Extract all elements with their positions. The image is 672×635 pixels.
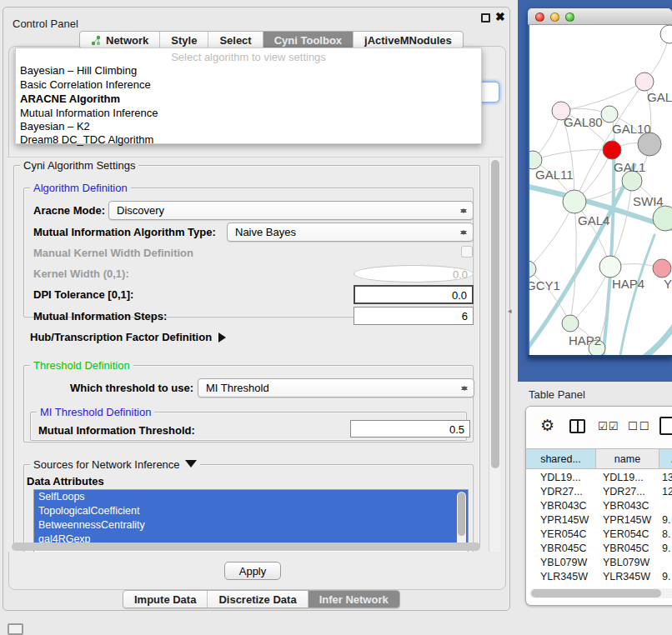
network-canvas-svg[interactable]: GALGAL80GAL10GAL11GAL1SWI4GAL4GCY1HAP4YH… — [529, 25, 672, 355]
tab-style[interactable]: Style — [160, 32, 208, 48]
application-stage: Control Panel ✖ Network Style Select Cyn… — [0, 0, 672, 635]
mi-threshold-field[interactable]: 0.5 — [350, 420, 470, 438]
attributes-scrollbar-thumb[interactable] — [458, 492, 465, 536]
table-row[interactable]: YBR043CYBR043C — [526, 498, 672, 512]
deselect-all-checkboxes-icon[interactable]: ☐☐ — [628, 420, 650, 432]
apply-button[interactable]: Apply — [224, 562, 281, 580]
column-header-name[interactable]: name — [596, 449, 659, 468]
column-layout-icon[interactable] — [569, 419, 585, 433]
settings-vertical-scrollbar[interactable] — [489, 158, 500, 552]
tab-infer-network[interactable]: Infer Network — [308, 591, 399, 608]
tab-jactivemnodules-label: jActiveMNodules — [364, 34, 452, 47]
attribute-item-selected[interactable]: BetweennessCentrality — [34, 518, 468, 532]
network-node[interactable] — [529, 151, 542, 169]
close-window-icon[interactable] — [535, 12, 544, 22]
network-window-titlebar[interactable] — [528, 8, 672, 25]
attribute-item-selected[interactable]: SelfLoops — [34, 490, 468, 504]
close-panel-icon[interactable]: ✖ — [495, 10, 505, 23]
cell-value: 9. — [659, 571, 670, 582]
tab-discretize-data-label: Discretize Data — [218, 593, 296, 606]
which-threshold-combobox[interactable]: MI Threshold — [198, 378, 474, 398]
document-icon[interactable] — [659, 417, 672, 435]
network-node[interactable] — [653, 206, 672, 231]
mi-steps-field[interactable]: 6 — [354, 307, 474, 325]
control-panel-tabstrip: Network Style Select Cyni Toolbox jActiv… — [79, 31, 464, 49]
network-node[interactable] — [638, 132, 661, 156]
network-window: GALGAL80GAL10GAL11GAL1SWI4GAL4GCY1HAP4YH… — [528, 8, 672, 358]
dropdown-item[interactable]: Bayesian – K2 — [20, 120, 90, 132]
attribute-item-selected[interactable]: TopologicalCoefficient — [34, 504, 468, 518]
inference-algorithm-combobox-fragment[interactable] — [480, 82, 499, 102]
network-node[interactable] — [635, 72, 654, 91]
tab-discretize-data[interactable]: Discretize Data — [208, 591, 308, 608]
network-canvas[interactable]: GALGAL80GAL10GAL11GAL1SWI4GAL4GCY1HAP4YH… — [529, 25, 672, 355]
network-node[interactable] — [562, 315, 579, 332]
minimized-panel-icon[interactable] — [8, 623, 23, 635]
sources-toggle[interactable]: Sources for Network Inference — [30, 458, 200, 473]
float-window-icon[interactable] — [481, 13, 490, 22]
table-row[interactable]: YIL052CYIL052C9. — [526, 583, 672, 587]
network-node-label: GAL4 — [578, 213, 609, 228]
dropdown-item[interactable]: Basic Correlation Inference — [20, 78, 151, 91]
tab-style-label: Style — [171, 34, 197, 47]
mi-threshold-definition-title: MI Threshold Definition — [37, 406, 154, 418]
dropdown-item[interactable]: Mutual Information Inference — [20, 107, 158, 119]
tab-network[interactable]: Network — [80, 32, 160, 48]
network-node[interactable] — [660, 25, 672, 43]
cell-shared-name: YLR345W — [526, 571, 596, 582]
table-row[interactable]: YLR345WYLR345W9. — [526, 569, 672, 583]
network-node[interactable] — [603, 141, 621, 159]
network-node[interactable] — [601, 106, 618, 122]
network-node-label: GAL11 — [535, 168, 574, 182]
cell-shared-name: YDR27... — [526, 486, 596, 498]
table-horizontal-scrollbar-thumb[interactable] — [531, 589, 661, 598]
table-row[interactable]: YDR27...YDR27...12 — [526, 484, 672, 498]
hub-definition-toggle[interactable]: Hub/Transcription Factor Definition — [30, 331, 231, 343]
manual-kernel-width-checkbox[interactable] — [461, 246, 473, 258]
aracne-mode-combobox[interactable]: Discovery — [108, 201, 474, 220]
gear-icon[interactable]: ⚙ — [540, 416, 554, 435]
cell-value: 9. — [659, 542, 670, 554]
cell-shared-name: YBR045C — [526, 542, 596, 554]
dropdown-item[interactable]: Dream8 DC_TDC Algorithm — [20, 133, 153, 146]
kernel-width-field[interactable]: 0.0 — [354, 265, 474, 282]
column-header-shared-name[interactable]: shared... — [526, 449, 596, 468]
cell-name: YIL052C — [596, 585, 659, 588]
tab-impute-data[interactable]: Impute Data — [123, 591, 208, 608]
dropdown-item-selected[interactable]: ARACNE Algorithm — [20, 92, 120, 105]
network-node[interactable] — [653, 259, 671, 278]
splitter-collapse-icon[interactable]: ◂ — [508, 307, 512, 315]
tab-select[interactable]: Select — [208, 32, 263, 48]
tab-impute-data-label: Impute Data — [134, 593, 196, 606]
attributes-scrollbar[interactable] — [457, 492, 466, 550]
cell-name: YER054C — [596, 528, 659, 540]
select-all-checkboxes-icon[interactable]: ☑☑ — [598, 420, 619, 432]
minimize-window-icon[interactable] — [550, 12, 559, 22]
mi-algorithm-type-label: Mutual Information Algorithm Type: — [33, 226, 216, 238]
dpi-tolerance-field[interactable]: 0.0 — [354, 285, 474, 304]
table-row[interactable]: YDL19...YDL19...13 — [526, 470, 672, 484]
table-row[interactable]: YER054CYER054C8. — [526, 527, 672, 541]
aracne-mode-label: Aracne Mode: — [33, 204, 105, 217]
kernel-width-label: Kernel Width (0,1): — [33, 268, 129, 280]
tab-cyni-toolbox[interactable]: Cyni Toolbox — [263, 32, 354, 48]
column-header-partial[interactable]: A — [659, 449, 672, 468]
control-panel-title: Control Panel — [13, 18, 78, 30]
settings-horizontal-scrollbar-thumb[interactable] — [12, 542, 480, 551]
network-node[interactable] — [599, 256, 621, 278]
table-row[interactable]: YBR045CYBR045C9. — [526, 541, 672, 555]
table-row[interactable]: YBL079WYBL079W — [526, 555, 672, 569]
zoom-window-icon[interactable] — [565, 12, 574, 22]
table-row[interactable]: YPR145WYPR145W9. — [526, 512, 672, 527]
cell-shared-name: YBL079W — [526, 557, 596, 568]
dropdown-item[interactable]: Bayesian – Hill Climbing — [20, 64, 137, 77]
table-horizontal-scrollbar[interactable] — [529, 588, 672, 598]
tab-jactivemnodules[interactable]: jActiveMNodules — [354, 32, 463, 48]
network-node[interactable] — [529, 261, 536, 278]
cell-shared-name: YDL19... — [526, 472, 596, 483]
cell-name: YBR043C — [596, 500, 659, 512]
mi-algorithm-type-combobox[interactable]: Naive Bayes — [227, 222, 474, 242]
settings-vertical-scrollbar-thumb[interactable] — [491, 160, 499, 468]
cell-value: 9. — [659, 514, 670, 526]
network-node[interactable] — [563, 190, 586, 213]
